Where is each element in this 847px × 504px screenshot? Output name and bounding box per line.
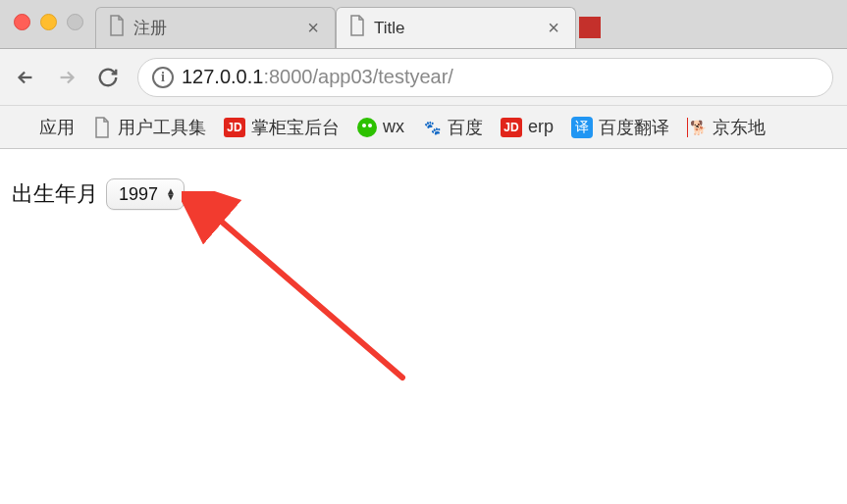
forward-button[interactable] bbox=[55, 66, 79, 89]
bookmark-label: wx bbox=[383, 117, 404, 137]
bookmark-fanyi[interactable]: 译 百度翻译 bbox=[571, 116, 669, 139]
tab-title: 注册 bbox=[133, 17, 303, 39]
year-select[interactable]: 1997 ▲▼ bbox=[106, 178, 185, 210]
bookmark-wx[interactable]: wx bbox=[357, 117, 404, 137]
jd-icon: JD bbox=[501, 118, 522, 137]
bookmark-user-tools[interactable]: 用户工具集 bbox=[92, 116, 206, 139]
apps-grid-icon bbox=[14, 118, 33, 137]
bookmark-label: 京东地 bbox=[713, 116, 766, 139]
bookmark-label: 用户工具集 bbox=[118, 116, 206, 139]
tab-title-active[interactable]: Title × bbox=[336, 7, 576, 48]
window-close-button[interactable] bbox=[14, 14, 30, 30]
reload-button[interactable] bbox=[96, 66, 120, 89]
translate-icon: 译 bbox=[571, 117, 593, 138]
tab-title: Title bbox=[374, 19, 544, 38]
bookmark-label: 百度 bbox=[448, 116, 483, 139]
url-text: 127.0.0.1:8000/app03/testyear/ bbox=[182, 66, 453, 88]
bookmark-label: erp bbox=[528, 117, 554, 137]
overflow-badge-icon bbox=[579, 17, 601, 38]
url-port: :8000 bbox=[263, 66, 312, 87]
close-icon[interactable]: × bbox=[544, 17, 563, 39]
bookmarks-bar: 应用 用户工具集 JD 掌柜宝后台 wx 🐾 百度 JD erp 译 百度翻译 … bbox=[0, 106, 847, 149]
stepper-icon: ▲▼ bbox=[166, 188, 176, 200]
address-bar[interactable]: i 127.0.0.1:8000/app03/testyear/ bbox=[137, 58, 833, 97]
bookmark-erp[interactable]: JD erp bbox=[501, 117, 554, 137]
window-chrome: 注册 × Title × bbox=[0, 0, 847, 49]
nav-toolbar: i 127.0.0.1:8000/app03/testyear/ bbox=[0, 49, 847, 106]
traffic-lights bbox=[0, 14, 95, 48]
bookmark-apps[interactable]: 应用 bbox=[14, 116, 75, 139]
bookmark-jd-map[interactable]: 🐕 京东地 bbox=[687, 116, 766, 139]
bookmark-baidu[interactable]: 🐾 百度 bbox=[422, 116, 483, 139]
file-icon bbox=[108, 15, 126, 41]
year-value: 1997 bbox=[119, 184, 158, 205]
file-icon bbox=[348, 15, 366, 41]
tab-strip: 注册 × Title × bbox=[95, 0, 847, 48]
close-icon[interactable]: × bbox=[303, 17, 323, 39]
file-icon bbox=[92, 118, 112, 137]
url-path: /app03/testyear/ bbox=[312, 66, 452, 87]
bookmark-label: 应用 bbox=[39, 116, 75, 139]
baidu-paw-icon: 🐾 bbox=[422, 118, 442, 137]
jd-dog-icon: 🐕 bbox=[687, 118, 707, 137]
bookmark-label: 百度翻译 bbox=[599, 116, 669, 139]
wechat-icon bbox=[357, 118, 377, 137]
tab-overflow[interactable] bbox=[576, 7, 604, 48]
window-maximize-button[interactable] bbox=[67, 14, 83, 30]
window-minimize-button[interactable] bbox=[40, 14, 57, 30]
bookmark-zgb[interactable]: JD 掌柜宝后台 bbox=[224, 116, 340, 139]
url-host: 127.0.0.1 bbox=[182, 66, 263, 87]
bookmark-label: 掌柜宝后台 bbox=[251, 116, 340, 139]
site-info-icon[interactable]: i bbox=[152, 67, 174, 88]
birth-year-label: 出生年月 bbox=[12, 179, 98, 209]
tab-register[interactable]: 注册 × bbox=[95, 7, 336, 48]
back-button[interactable] bbox=[14, 66, 37, 89]
jd-icon: JD bbox=[224, 118, 245, 137]
page-content: 出生年月 1997 ▲▼ bbox=[0, 149, 847, 239]
